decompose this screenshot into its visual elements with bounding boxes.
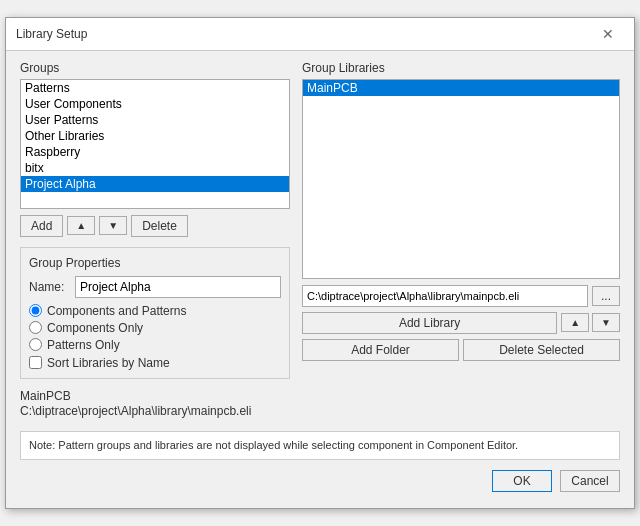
sort-libraries-label: Sort Libraries by Name <box>47 356 170 370</box>
left-panel: Groups PatternsUser ComponentsUser Patte… <box>20 61 290 379</box>
right-panel: Group Libraries MainPCB ... Add Library … <box>302 61 620 379</box>
dialog-title: Library Setup <box>16 27 87 41</box>
groups-list-item[interactable]: Project Alpha <box>21 176 289 192</box>
groups-label: Groups <box>20 61 290 75</box>
add-library-button[interactable]: Add Library <box>302 312 557 334</box>
library-actions-row: Add Library ▲ ▼ <box>302 312 620 334</box>
move-group-down-button[interactable]: ▼ <box>99 216 127 235</box>
group-name-input[interactable] <box>75 276 281 298</box>
delete-group-button[interactable]: Delete <box>131 215 188 237</box>
library-list-item[interactable]: MainPCB <box>303 80 619 96</box>
note-text: Note: Pattern groups and libraries are n… <box>29 439 518 451</box>
sort-libraries-row: Sort Libraries by Name <box>29 356 281 370</box>
radio-components-only-label: Components Only <box>47 321 143 335</box>
group-libraries-label: Group Libraries <box>302 61 620 75</box>
groups-list-item[interactable]: Other Libraries <box>21 128 289 144</box>
groups-list-item[interactable]: bitx <box>21 160 289 176</box>
name-label: Name: <box>29 280 69 294</box>
close-button[interactable]: ✕ <box>592 24 624 44</box>
groups-btn-row: Add ▲ ▼ Delete <box>20 215 290 237</box>
library-setup-dialog: Library Setup ✕ Groups PatternsUser Comp… <box>5 17 635 509</box>
add-folder-button[interactable]: Add Folder <box>302 339 459 361</box>
note-section: Note: Pattern groups and libraries are n… <box>20 431 620 460</box>
title-bar: Library Setup ✕ <box>6 18 634 51</box>
path-row: ... <box>302 285 620 307</box>
info-line2: C:\diptrace\project\Alpha\library\mainpc… <box>20 404 620 418</box>
groups-list-item[interactable]: Raspberry <box>21 144 289 160</box>
group-properties-panel: Group Properties Name: Components and Pa… <box>20 247 290 379</box>
name-field-row: Name: <box>29 276 281 298</box>
radio-components-and-patterns[interactable] <box>29 304 42 317</box>
cancel-button[interactable]: Cancel <box>560 470 620 492</box>
groups-list-item[interactable]: Patterns <box>21 80 289 96</box>
info-section: MainPCB C:\diptrace\project\Alpha\librar… <box>20 389 620 423</box>
radio-patterns-only[interactable] <box>29 338 42 351</box>
group-libraries-listbox[interactable]: MainPCB <box>302 79 620 279</box>
info-line1: MainPCB <box>20 389 620 403</box>
radio-components-patterns: Components and Patterns <box>29 304 281 318</box>
radio-patterns-only-row: Patterns Only <box>29 338 281 352</box>
groups-list-item[interactable]: User Patterns <box>21 112 289 128</box>
group-properties-title: Group Properties <box>29 256 281 270</box>
delete-selected-button[interactable]: Delete Selected <box>463 339 620 361</box>
radio-components-only-row: Components Only <box>29 321 281 335</box>
add-group-button[interactable]: Add <box>20 215 63 237</box>
sort-libraries-checkbox[interactable] <box>29 356 42 369</box>
radio-patterns-only-label: Patterns Only <box>47 338 120 352</box>
browse-button[interactable]: ... <box>592 286 620 306</box>
bottom-buttons: OK Cancel <box>20 470 620 498</box>
reorder-library-buttons: ▲ ▼ <box>561 313 620 332</box>
ok-button[interactable]: OK <box>492 470 552 492</box>
groups-listbox[interactable]: PatternsUser ComponentsUser PatternsOthe… <box>20 79 290 209</box>
radio-components-only[interactable] <box>29 321 42 334</box>
groups-list-item[interactable]: User Components <box>21 96 289 112</box>
radio-components-patterns-label: Components and Patterns <box>47 304 186 318</box>
move-library-up-button[interactable]: ▲ <box>561 313 589 332</box>
move-group-up-button[interactable]: ▲ <box>67 216 95 235</box>
library-path-input[interactable] <box>302 285 588 307</box>
move-library-down-button[interactable]: ▼ <box>592 313 620 332</box>
library-folder-row: Add Folder Delete Selected <box>302 339 620 361</box>
